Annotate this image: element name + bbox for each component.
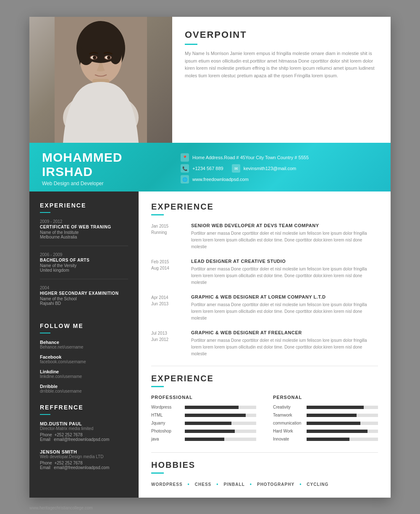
phone-text: +1234 567 889 — [192, 166, 223, 171]
experience-teal-line — [151, 214, 164, 215]
hobbies-title: HOBBIES — [151, 460, 378, 470]
exp-date-start: Apr 2014 — [151, 294, 183, 301]
reference-list: MD.DUSTIN PAUL Director-Matrix media lim… — [40, 421, 128, 470]
left-sidebar: EXPERIENCE 2009 - 2012 CERTIFICATE OF WE… — [29, 191, 139, 498]
social-item: Facebook facebook.com/username — [40, 354, 128, 364]
professional-skills-list: Wordpress HTML Jquarry Photoshop java — [151, 405, 256, 441]
top-section: OVERPOINT My Name Is Morrison Jamie lore… — [29, 17, 391, 143]
edu-date: 2009 - 2012 — [40, 219, 128, 224]
edu-degree: CERTIFICATE OF WEB TRANING — [40, 225, 128, 229]
personal-skills-list: Creativity Teamwork communication Hard W… — [273, 405, 378, 441]
edu-date: 2006 - 2009 — [40, 252, 128, 257]
edu-degree: HIGHER SECONDARY EXAMINITION — [40, 291, 128, 296]
right-info-panel: OVERPOINT My Name Is Morrison Jamie lore… — [172, 17, 391, 143]
hobby-item: CYCLING — [307, 482, 328, 487]
person-silhouette — [55, 17, 147, 143]
follow-title: FOLLOW ME — [40, 323, 128, 329]
skill-bar-fill — [185, 406, 239, 409]
experience-title: EXPERIENCE — [151, 202, 378, 212]
hobby-separator: • — [299, 481, 302, 487]
hobby-separator: • — [216, 481, 218, 487]
skill-name: Hard Work — [273, 429, 302, 433]
education-item: 2004 HIGHER SECONDARY EXAMINITION Name o… — [40, 286, 128, 312]
experience-item: Feb 2015 Aug 2014 LEAD DESIGNER AT CREAT… — [151, 259, 378, 286]
name-left: MOHAMMED IRSHAD Web Design and Developer — [42, 150, 168, 186]
skill-bar-fill — [307, 430, 368, 433]
reference-teal-line — [40, 414, 50, 415]
divider-2 — [151, 452, 378, 453]
hobby-item: CHESS — [195, 482, 211, 487]
skill-name: Photoshop — [151, 429, 181, 433]
skill-bar-fill — [185, 414, 246, 417]
hobby-item: PINBALL — [223, 482, 244, 487]
contact-info: 📍 Home Address.Road # 45Your City Town C… — [168, 153, 378, 184]
website-text: www.freedownloadpsd.com — [192, 177, 249, 182]
skill-name: java — [151, 437, 181, 441]
skill-bar-bg — [307, 414, 378, 417]
follow-list: Behance Behance.net/username Facebook fa… — [40, 340, 128, 393]
reference-title: REFFRENCE — [40, 404, 128, 411]
exp-date-end: Jun 2012 — [151, 336, 183, 343]
edu-location: United kingdom — [40, 268, 128, 273]
ref-email: Email email@freedownloadpsd.com — [40, 465, 128, 470]
exp-content: LEAD DESIGNER AT CREATIVE STUDIO Portlit… — [191, 259, 378, 286]
hobbies-teal-line — [151, 472, 164, 474]
web-icon: 🌐 — [181, 175, 189, 184]
full-name: MOHAMMED IRSHAD — [42, 150, 168, 179]
skill-name: HTML — [151, 413, 181, 417]
skill-row: Hard Work — [273, 429, 378, 433]
reference-section: REFFRENCE MD.DUSTIN PAUL Director-Matrix… — [40, 404, 128, 470]
follow-section: FOLLOW ME Behance Behance.net/username F… — [40, 323, 128, 393]
hobby-separator: • — [188, 481, 190, 487]
education-item: 2006 - 2009 BACHELORS OF ARTS Name of th… — [40, 252, 128, 279]
divider-1 — [151, 366, 378, 366]
education-title: EXPERIENCE — [40, 202, 128, 209]
svg-point-13 — [107, 56, 110, 59]
location-icon: 📍 — [181, 153, 189, 162]
skill-row: Jquarry — [151, 421, 256, 425]
social-name: Behance — [40, 340, 128, 345]
skill-row: Teamwork — [273, 413, 378, 417]
skill-name: Creativity — [273, 405, 302, 409]
skill-bar-bg — [185, 406, 256, 409]
overpoint-teal-line — [185, 44, 197, 45]
exp-description: Portlitor amer massa Done cporttitor dol… — [191, 337, 378, 357]
professional-label: PROFESSIONAL — [151, 395, 256, 400]
exp-description: Portlitor amer massa Done cporttitor dol… — [191, 230, 378, 250]
skill-row: Innovate — [273, 437, 378, 441]
personal-skills-col: PERSONAL Creativity Teamwork communicati… — [273, 395, 378, 445]
social-url: drribble.con/username — [40, 389, 128, 393]
skill-bar-bg — [307, 406, 378, 409]
overpoint-text: My Name Is Morrison Jamie lorem empus id… — [185, 50, 378, 79]
skill-name: communication — [273, 421, 302, 425]
skill-bar-fill — [185, 430, 235, 433]
social-url: linkdine.con/username — [40, 374, 128, 379]
ref-job-title: Director-Matrix media limited — [40, 426, 128, 431]
experience-item: Jan 2015 Running SENIOR WEB DEVELOPER AT… — [151, 223, 378, 250]
edu-location: Rajsahi BD — [40, 301, 128, 306]
skill-name: Jquarry — [151, 421, 181, 425]
skill-row: Wordpress — [151, 405, 256, 409]
website-row: 🌐 www.freedownloadpsd.com — [181, 175, 378, 184]
exp-date-start: Feb 2015 — [151, 259, 183, 265]
ref-name: JENSON SMITH — [40, 449, 128, 454]
ref-phone: Phone +252 252 7678 — [40, 433, 128, 437]
education-item: 2009 - 2012 CERTIFICATE OF WEB TRANING N… — [40, 219, 128, 246]
resume-document: OVERPOINT My Name Is Morrison Jamie lore… — [29, 17, 391, 498]
job-title: Web Design and Developer — [42, 181, 168, 186]
experience-list: Jan 2015 Running SENIOR WEB DEVELOPER AT… — [151, 223, 378, 357]
exp-content: GRAPHIC & WEB DESIGNER AT FREELANCER Por… — [191, 330, 378, 357]
education-teal-line — [40, 212, 50, 213]
exp-job-title: LEAD DESIGNER AT CREATIVE STUDIO — [191, 259, 378, 264]
phone-row: 📞 +1234 567 889 — [181, 164, 223, 173]
exp-date-end: Jun 2013 — [151, 301, 183, 307]
exp-content: SENIOR WEB DEVELOPER AT DEVS TEAM COMPAN… — [191, 223, 378, 250]
skill-bar-fill — [307, 406, 364, 409]
follow-teal-line — [40, 333, 50, 333]
skill-bar-bg — [307, 422, 378, 425]
social-item: Linkdine linkdine.con/username — [40, 369, 128, 379]
experience-item: Jul 2013 Jun 2012 GRAPHIC & WEB DESIGNER… — [151, 330, 378, 357]
social-url: Behance.net/username — [40, 345, 128, 349]
skill-name: Wordpress — [151, 405, 181, 409]
skill-name: Innovate — [273, 437, 302, 441]
